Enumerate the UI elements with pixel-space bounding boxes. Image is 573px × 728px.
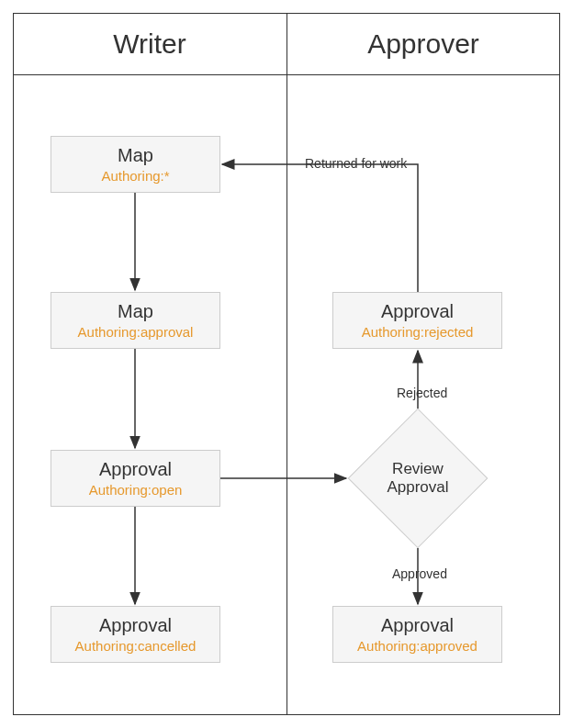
node-subtitle: Authoring:approval [78,324,194,340]
edge-label-rejected: Rejected [395,386,449,400]
decision-label: Review Approval [387,460,448,496]
node-subtitle: Authoring:cancelled [75,638,197,654]
diagram-container: Writer Approver Map Authoring:* Map Auth… [0,0,573,728]
swimlane-divider [286,13,287,715]
edge-label-returned: Returned for work [303,156,409,171]
node-subtitle: Authoring:* [101,168,169,184]
node-approval-approved: Approval Authoring:approved [332,606,502,663]
node-subtitle: Authoring:rejected [362,324,474,340]
decision-text: Review Approval [387,460,448,498]
swimlane-approver-header: Approver [286,13,560,74]
node-title: Map [118,301,153,322]
node-title: Approval [99,615,172,636]
node-subtitle: Authoring:open [89,482,183,498]
node-map-approval: Map Authoring:approval [51,292,220,349]
node-title: Map [118,145,153,166]
edge-label-approved: Approved [390,566,449,581]
node-review-approval: Review Approval [348,409,488,548]
node-title: Approval [381,301,454,322]
swimlane-writer-header: Writer [13,13,286,74]
node-subtitle: Authoring:approved [357,638,478,654]
node-approval-cancelled: Approval Authoring:cancelled [51,606,220,663]
node-map-authoring: Map Authoring:* [51,136,220,193]
node-title: Approval [381,615,454,636]
node-approval-rejected: Approval Authoring:rejected [332,292,502,349]
node-approval-open: Approval Authoring:open [51,450,220,507]
swimlane-header: Writer Approver [13,13,560,75]
node-title: Approval [99,459,172,480]
